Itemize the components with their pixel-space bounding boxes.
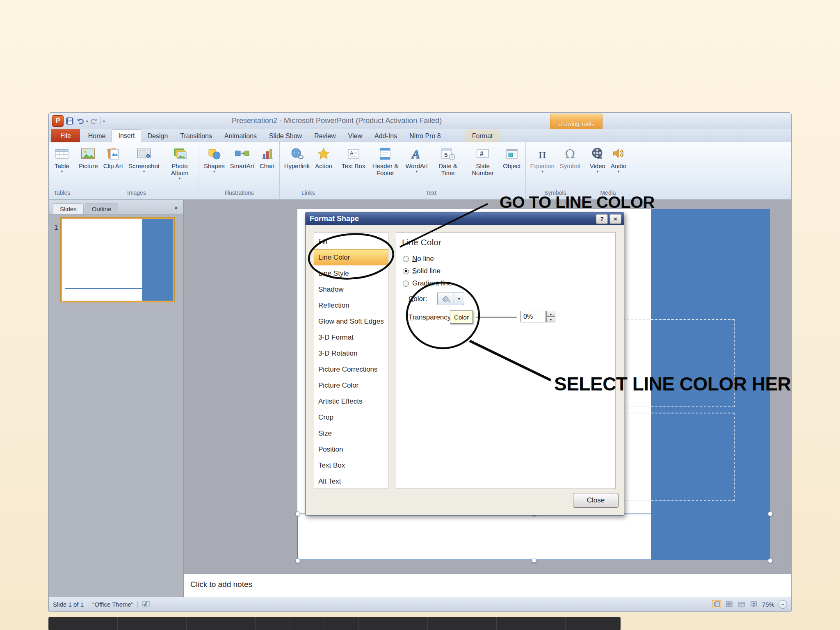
- list-item-alt-text[interactable]: Alt Text: [314, 473, 388, 489]
- spin-down-icon[interactable]: ▼: [546, 317, 555, 322]
- screenshot-button[interactable]: Screenshot ▾: [126, 144, 162, 174]
- tab-slides[interactable]: Slides: [53, 203, 84, 214]
- radio-gradient-line[interactable]: [403, 281, 409, 287]
- list-item-picture-corrections[interactable]: Picture Corrections: [314, 361, 388, 377]
- photo-album-button[interactable]: Photo Album ▾: [163, 144, 196, 181]
- slide-thumbnail[interactable]: [61, 218, 174, 302]
- tab-view[interactable]: View: [342, 130, 368, 142]
- reading-view-icon[interactable]: [737, 600, 746, 608]
- close-pane-icon[interactable]: ×: [172, 204, 180, 212]
- wordart-button[interactable]: A WordArt ▾: [403, 144, 430, 174]
- list-item-size[interactable]: Size: [314, 425, 388, 441]
- list-item-glow-soft-edges[interactable]: Glow and Soft Edges: [314, 313, 388, 329]
- clip-art-button[interactable]: Clip Art: [101, 144, 125, 170]
- undo-icon[interactable]: [76, 117, 84, 125]
- dropdown-arrow-icon: ▾: [213, 170, 215, 174]
- symbol-button[interactable]: Ω Symbol: [558, 144, 582, 170]
- slide-sorter-view-icon[interactable]: [725, 600, 733, 608]
- spell-check-icon[interactable]: [142, 600, 150, 608]
- picture-button[interactable]: Picture: [77, 144, 100, 170]
- tab-format[interactable]: Format: [466, 130, 499, 142]
- list-item-artistic-effects[interactable]: Artistic Effects: [314, 393, 388, 409]
- tab-design[interactable]: Design: [141, 130, 174, 142]
- header-footer-button[interactable]: Header & Footer: [368, 144, 402, 177]
- redo-icon[interactable]: [90, 117, 98, 125]
- zoom-level[interactable]: 75%: [762, 601, 774, 608]
- slide-show-view-icon[interactable]: [750, 600, 758, 608]
- tab-outline[interactable]: Outline: [85, 203, 119, 214]
- list-item-position[interactable]: Position: [314, 441, 388, 457]
- list-item-3d-rotation[interactable]: 3-D Rotation: [314, 345, 388, 361]
- contextual-tab-group-header: Drawing Tools: [550, 114, 603, 129]
- radio-row-gradient-line[interactable]: Gradient line: [403, 280, 452, 287]
- powerpoint-app-button[interactable]: P: [52, 115, 64, 127]
- smartart-icon: [234, 145, 250, 163]
- dialog-title-bar[interactable]: Format Shape: [306, 212, 624, 225]
- tab-home[interactable]: Home: [82, 130, 112, 142]
- spin-up-icon[interactable]: ▲: [546, 311, 555, 317]
- tab-transitions[interactable]: Transitions: [174, 130, 218, 142]
- toolbar-separator: [100, 117, 101, 125]
- equation-button[interactable]: π Equation ▾: [528, 144, 557, 174]
- shapes-button[interactable]: Shapes ▾: [202, 144, 227, 174]
- date-time-button[interactable]: 5 Date & Time: [431, 144, 465, 177]
- resize-handle-top-left[interactable]: [295, 511, 300, 516]
- transparency-value-input[interactable]: 0%: [520, 311, 546, 322]
- notes-area[interactable]: Click to add notes: [184, 573, 791, 597]
- tab-nitro-pro-8[interactable]: Nitro Pro 8: [403, 130, 447, 142]
- list-item-crop[interactable]: Crop: [314, 409, 388, 425]
- title-bar: P ▾ ▾ Presentation2 - Microsoft PowerPoi…: [49, 113, 791, 129]
- svg-text:5: 5: [444, 151, 447, 158]
- audio-button[interactable]: Audio ▾: [609, 144, 628, 174]
- text-box-icon: A: [347, 145, 361, 163]
- dialog-close-icon[interactable]: ×: [609, 214, 621, 224]
- resize-handle-top-right[interactable]: [768, 511, 773, 516]
- undo-dropdown-arrow-icon[interactable]: ▾: [86, 119, 88, 123]
- smartart-button[interactable]: SmartArt: [228, 144, 256, 170]
- tab-insert[interactable]: Insert: [112, 129, 141, 142]
- video-button[interactable]: Video ▾: [588, 144, 607, 174]
- save-icon[interactable]: [66, 117, 74, 125]
- window-title: Presentation2 - Microsoft PowerPoint (Pr…: [232, 116, 442, 125]
- action-button[interactable]: Action: [313, 144, 334, 170]
- text-box-button[interactable]: A Text Box: [340, 144, 368, 170]
- radio-no-line[interactable]: [403, 256, 409, 262]
- chart-button[interactable]: Chart: [258, 144, 277, 170]
- list-item-shadow[interactable]: Shadow: [314, 281, 388, 297]
- hyperlink-button[interactable]: Hyperlink: [282, 144, 312, 170]
- list-item-3d-format[interactable]: 3-D Format: [314, 329, 388, 345]
- resize-handle-bottom-middle[interactable]: [532, 559, 536, 563]
- line-color-dropdown[interactable]: ▾: [437, 292, 464, 305]
- radio-solid-line[interactable]: [403, 268, 409, 274]
- list-item-picture-color[interactable]: Picture Color: [314, 377, 388, 393]
- dialog-help-button[interactable]: ?: [596, 214, 608, 224]
- transparency-spinner: ▲ ▼: [546, 311, 555, 322]
- resize-handle-bottom-left[interactable]: [295, 558, 300, 563]
- list-item-text-box[interactable]: Text Box: [314, 457, 388, 473]
- slides-pane: Slides Outline × 1: [49, 200, 184, 597]
- tab-review[interactable]: Review: [308, 130, 342, 142]
- list-item-line-color[interactable]: Line Color: [314, 249, 388, 265]
- resize-handle-bottom-right[interactable]: [768, 558, 773, 563]
- transparency-slider[interactable]: [476, 317, 517, 318]
- ribbon-tab-row: File Home Insert Design Transitions Anim…: [49, 129, 791, 142]
- dropdown-arrow-icon: ▾: [454, 292, 464, 305]
- object-button[interactable]: Object: [501, 144, 523, 170]
- list-item-fill[interactable]: Fill: [314, 233, 388, 249]
- table-button[interactable]: Table ▾: [52, 144, 71, 174]
- fit-slide-to-window-icon[interactable]: −: [778, 600, 787, 609]
- normal-view-icon[interactable]: [712, 600, 721, 608]
- list-item-reflection[interactable]: Reflection: [314, 297, 388, 313]
- tab-slide-show[interactable]: Slide Show: [263, 130, 308, 142]
- chart-icon: [260, 145, 274, 163]
- tab-add-ins[interactable]: Add-Ins: [368, 130, 403, 142]
- radio-row-no-line[interactable]: No line: [403, 255, 434, 262]
- close-button[interactable]: Close: [573, 493, 619, 508]
- tab-file[interactable]: File: [51, 129, 80, 142]
- customize-toolbar-arrow-icon[interactable]: ▾: [103, 119, 105, 123]
- ribbon-group-illustrations: Shapes ▾ SmartArt Chart: [199, 142, 280, 199]
- list-item-line-style[interactable]: Line Style: [314, 265, 388, 281]
- slide-number-button[interactable]: # Slide Number: [466, 144, 500, 177]
- tab-animations[interactable]: Animations: [218, 130, 263, 142]
- radio-row-solid-line[interactable]: Solid line: [403, 267, 441, 275]
